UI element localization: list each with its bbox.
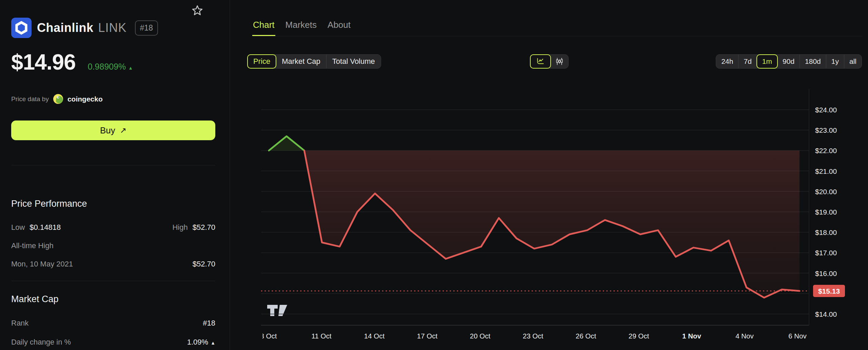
svg-text:$19.00: $19.00 [815,208,837,216]
coin-name: Chainlink [37,21,94,35]
svg-text:$20.00: $20.00 [815,188,837,196]
tab-bar: Chart Markets About [253,0,351,36]
svg-text:4 Nov: 4 Nov [735,332,754,340]
svg-text:$21.00: $21.00 [815,167,837,175]
rank-value: #18 [203,319,215,328]
ath-date: Mon, 10 May 2021 [11,260,73,269]
buy-button[interactable]: Buy ↗ [11,121,215,140]
candlestick-icon [555,57,564,66]
series-price-button[interactable]: Price [247,54,276,69]
buy-button-label: Buy [100,125,115,136]
svg-text:$15.13: $15.13 [818,287,840,295]
tradingview-logo[interactable] [267,305,287,316]
range-24h-button[interactable]: 24h [716,55,738,68]
svg-text:6 Nov: 6 Nov [788,332,807,340]
triangle-up-icon: ▲ [128,65,133,71]
range-all-button[interactable]: all [844,55,862,68]
range-180d-button[interactable]: 180d [800,55,826,68]
svg-text:$14.00: $14.00 [815,310,837,318]
series-toggle: Price Market Cap Total Volume [247,54,381,69]
favorite-star-button[interactable] [191,4,204,18]
coingecko-icon [53,94,63,104]
daily-change-value: 1.09%▲ [187,338,215,347]
ath-row: All-time High [11,241,215,250]
ath-date-row: Mon, 10 May 2021 $52.70 [11,260,215,269]
svg-text:$17.00: $17.00 [815,249,837,257]
candlestick-toggle-button[interactable] [551,55,568,68]
tab-bar-border [253,36,863,36]
range-90d-button[interactable]: 90d [777,55,800,68]
svg-text:29 Oct: 29 Oct [629,332,649,340]
range-7d-button[interactable]: 7d [738,55,756,68]
tab-chart[interactable]: Chart [253,20,275,36]
svg-text:$18.00: $18.00 [815,228,837,236]
coingecko-attribution[interactable]: Price data by coingecko [11,94,103,104]
market-cap-title: Market Cap [11,294,59,305]
range-1m-button[interactable]: 1m [756,54,778,69]
divider [11,165,215,165]
svg-text:$22.00: $22.00 [815,147,837,154]
chainlink-logo [11,18,32,38]
time-range-toggle: 24h 7d 1m 90d 180d 1y all [716,54,862,69]
svg-text:$16.00: $16.00 [815,270,837,277]
ath-label: All-time High [11,241,54,250]
svg-text:$23.00: $23.00 [815,126,837,134]
triangle-up-icon: ▲ [211,340,215,346]
rank-label: Rank [11,319,28,328]
low-value: $0.14818 [29,223,61,232]
arrow-up-right-icon: ↗ [120,126,126,135]
low-high-row: Low $0.14818 High $52.70 [11,223,215,232]
daily-change-row: Daily change in % 1.09%▲ [11,338,215,347]
sidebar: Chainlink LINK #18 $14.96 0.98909%▲ Pric… [0,0,230,350]
star-icon [191,4,204,17]
chart-type-toggle [530,54,569,69]
series-marketcap-button[interactable]: Market Cap [276,55,326,68]
high-label: High [172,223,188,232]
svg-text:26 Oct: 26 Oct [576,332,596,340]
coingecko-brand: coingecko [67,95,103,103]
rank-badge: #18 [135,20,158,36]
price-row: $14.96 0.98909%▲ [11,50,133,75]
line-chart-icon [536,57,545,66]
svg-text:20 Oct: 20 Oct [470,332,491,340]
svg-text:$24.00: $24.00 [815,106,837,114]
tab-about[interactable]: About [328,20,351,36]
ath-value: $52.70 [193,260,215,269]
attribution-text: Price data by [11,95,49,103]
svg-text:8 Oct: 8 Oct [260,332,277,340]
series-totalvolume-button[interactable]: Total Volume [326,55,381,68]
svg-text:1 Nov: 1 Nov [682,332,701,340]
line-chart-toggle-button[interactable] [530,54,551,69]
main-panel: Chart Markets About Price Market Cap Tot… [230,0,868,350]
tab-markets[interactable]: Markets [285,20,317,36]
svg-text:14 Oct: 14 Oct [364,332,385,340]
svg-text:17 Oct: 17 Oct [417,332,438,340]
coin-symbol: LINK [98,21,127,35]
range-1y-button[interactable]: 1y [826,55,844,68]
hexagon-icon [15,21,28,35]
svg-text:23 Oct: 23 Oct [523,332,544,340]
low-label: Low [11,223,25,232]
high-value: $52.70 [193,223,215,232]
coin-header: Chainlink LINK #18 [11,18,158,38]
divider [11,281,215,281]
price-change-24h: 0.98909%▲ [88,62,133,72]
price-performance-title: Price Performance [11,199,87,209]
price-chart-canvas[interactable]: $24.00$23.00$22.00$21.00$20.00$19.00$18.… [230,75,868,350]
daily-change-label: Daily change in % [11,338,71,347]
rank-row: Rank #18 [11,319,215,328]
current-price: $14.96 [11,50,76,75]
svg-text:11 Oct: 11 Oct [312,332,332,340]
